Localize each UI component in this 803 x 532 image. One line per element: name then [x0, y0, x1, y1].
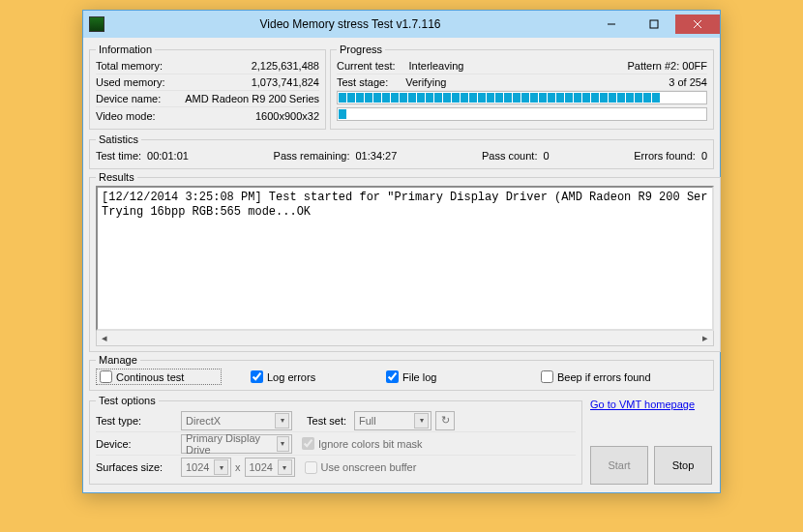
scroll-right-icon[interactable]: ▸	[698, 331, 713, 345]
test-stage-value: Verifying	[405, 76, 446, 88]
video-mode-label: Video mode:	[96, 110, 156, 122]
surface-height-select[interactable]: 1024▾	[245, 458, 295, 477]
homepage-link[interactable]: Go to VMT homepage	[590, 399, 712, 410]
device-label: Device:	[96, 438, 177, 450]
results-legend: Results	[96, 171, 137, 183]
app-icon	[89, 16, 104, 32]
test-type-label: Test type:	[96, 415, 177, 427]
information-group: Information Total memory:2,125,631,488 U…	[89, 44, 326, 130]
test-options-legend: Test options	[96, 395, 159, 406]
current-test-label: Current test:	[337, 60, 396, 72]
information-legend: Information	[96, 44, 155, 55]
results-hscrollbar[interactable]: ◂ ▸	[96, 331, 714, 346]
pass-count-label: Pass count:	[482, 150, 537, 162]
statistics-group: Satistics Test time:00:01:01 Pass remain…	[89, 133, 714, 169]
progress-bar-1	[337, 91, 707, 104]
chevron-down-icon: ▾	[214, 459, 228, 475]
manage-group: Manage Continous test Log errors File lo…	[89, 354, 714, 391]
svg-rect-1	[650, 20, 658, 28]
beep-checkbox[interactable]: Beep if errors found	[541, 370, 651, 383]
stage-of-value: 3 of 254	[669, 76, 707, 88]
errors-found-label: Errors found:	[634, 150, 696, 162]
test-set-select[interactable]: Full▾	[354, 411, 431, 430]
maximize-button[interactable]	[633, 15, 675, 34]
chevron-down-icon: ▾	[414, 413, 429, 429]
results-log[interactable]: [12/12/2014 3:25:08 PM] Test started for…	[96, 186, 714, 331]
onscreen-buffer-checkbox: Use onscreen buffer	[305, 461, 417, 474]
results-group: Results [12/12/2014 3:25:08 PM] Test sta…	[89, 171, 721, 352]
file-log-checkbox[interactable]: File log	[386, 370, 502, 383]
test-type-select[interactable]: DirectX▾	[181, 411, 292, 430]
device-name-label: Device name:	[96, 93, 161, 104]
video-mode-value: 1600x900x32	[255, 110, 319, 122]
pass-remaining-label: Pass remaining:	[274, 150, 350, 162]
test-options-group: Test options Test type: DirectX▾ Test se…	[89, 395, 582, 485]
surface-width-select[interactable]: 1024▾	[181, 458, 231, 477]
app-window: Video Memory stress Test v1.7.116 Inform…	[82, 10, 721, 493]
statistics-legend: Satistics	[96, 133, 141, 145]
continuous-test-checkbox[interactable]: Continous test	[96, 369, 222, 385]
progress-legend: Progress	[337, 44, 385, 55]
surfaces-size-label: Surfaces size:	[96, 461, 177, 473]
progress-group: Progress Current test: Interleaving Patt…	[330, 44, 714, 130]
log-errors-checkbox[interactable]: Log errors	[251, 370, 386, 383]
refresh-button[interactable]: ↻	[435, 411, 455, 430]
device-name-value: AMD Radeon R9 200 Series	[185, 93, 319, 104]
total-memory-label: Total memory:	[96, 60, 163, 72]
total-memory-value: 2,125,631,488	[252, 60, 319, 72]
window-title: Video Memory stress Test v1.7.116	[110, 17, 590, 31]
stop-button[interactable]: Stop	[654, 446, 712, 485]
current-test-value: Interleaving	[409, 60, 464, 72]
chevron-down-icon: ▾	[275, 413, 289, 429]
progress-bar-2	[337, 107, 707, 121]
test-time-label: Test time:	[96, 150, 141, 162]
errors-found-value: 0	[701, 150, 707, 162]
device-select[interactable]: Primary Display Drive▾	[181, 434, 292, 454]
pattern-label: Pattern #2: 00FF	[627, 60, 707, 72]
minimize-button[interactable]	[590, 15, 633, 34]
test-stage-label: Test stage:	[337, 76, 388, 88]
titlebar[interactable]: Video Memory stress Test v1.7.116	[83, 11, 720, 38]
chevron-down-icon: ▾	[278, 459, 292, 475]
x-label: x	[235, 461, 241, 473]
scroll-left-icon[interactable]: ◂	[97, 331, 112, 345]
test-time-value: 00:01:01	[147, 150, 189, 162]
used-memory-value: 1,073,741,824	[252, 76, 319, 88]
ignore-colors-checkbox: Ignore colors bit mask	[302, 437, 423, 450]
chevron-down-icon: ▾	[277, 436, 290, 452]
used-memory-label: Used memory:	[96, 76, 165, 88]
close-button[interactable]	[675, 15, 720, 34]
test-set-label: Test set:	[296, 415, 350, 427]
start-button[interactable]: Start	[590, 446, 648, 485]
manage-legend: Manage	[96, 354, 140, 366]
pass-count-value: 0	[543, 150, 549, 162]
pass-remaining-value: 01:34:27	[355, 150, 397, 162]
